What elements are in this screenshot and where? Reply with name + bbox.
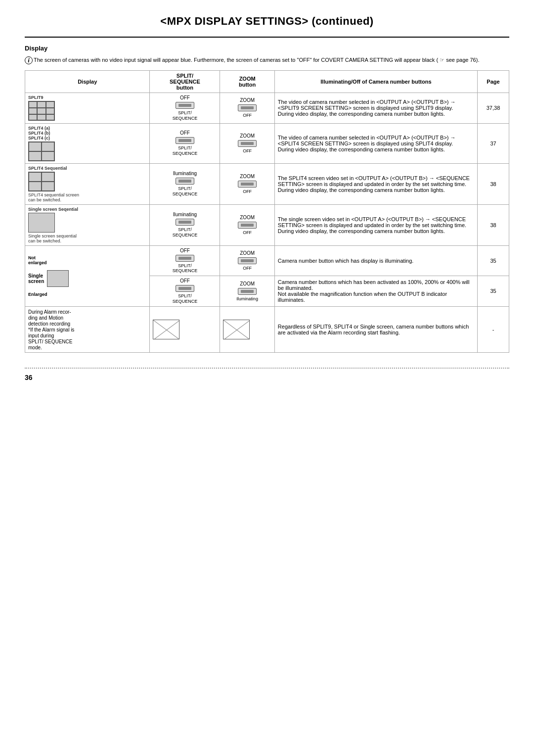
singleseq-btn-icon [176,219,194,226]
page-cell-single-not: 35 [478,245,509,276]
illum-cell-singleseq: The single screen video set in <OUTPUT A… [274,204,477,245]
illum-cell-split4: The video of camera number selected in <… [274,123,477,163]
single-not-zoom-top: ZOOM [240,250,255,256]
illum-cell-split9: The video of camera number selected in <… [274,93,477,124]
split4-label: SPLIT4 (a) SPLIT4 (b) SPLIT4 (c) [28,126,50,141]
single-not-zoom-btn [238,257,257,264]
display-cell-single: Notenlarged Singlescreen Enlarged [25,245,150,306]
split9-btn-icon [176,102,194,109]
split4seq-btn-icon [176,178,194,185]
page-number: 36 [25,374,509,381]
table-row: SPLIT9 OFF SPLIT/SEQUENCE ZOOM [25,93,509,124]
singleseq-split-top: Iluminating [173,212,197,217]
split-cell-split4seq: Iluminating SPLIT/SEQUENCE [150,163,220,204]
display-cell-split4seq: SPLIT4 Sequential SPLIT4 sequential scre… [25,163,150,204]
main-table: Display SPLIT/SEQUENCEbutton ZOOMbutton … [25,70,509,353]
alarm-diagonal-lines [153,320,179,339]
split9-zoom-bot: OFF [243,113,252,118]
single-enl-split-bot: SPLIT/SEQUENCE [173,293,198,304]
split9-zoom-btn [238,104,257,111]
page-cell-alarm: - [478,306,509,352]
zoom-cell-single-not: ZOOM OFF [220,245,274,276]
singleseq-screen-icon [28,213,55,233]
alarm-zoom-diagonal [223,320,250,339]
illum-cell-split4seq: The SPLIT4 screen video set in <OUTPUT A… [274,163,477,204]
svg-line-0 [153,320,179,339]
header-zoom: ZOOMbutton [220,71,274,93]
illum-cell-single-not: Camera number button which has display i… [274,245,477,276]
display-cell-alarm: During Alarm recor-ding and Motiondetect… [25,306,150,352]
zoom-cell-split4: ZOOM OFF [220,123,274,163]
page-cell-singleseq: 38 [478,204,509,245]
table-row: Single screen Seqential Single screen se… [25,204,509,245]
single-screen-label: Singlescreen [28,273,44,284]
split9-split-top: OFF [180,95,190,100]
display-cell-singleseq: Single screen Seqential Single screen se… [25,204,150,245]
single-not-enlarged-label: Notenlarged [28,255,47,265]
display-cell-split4: SPLIT4 (a) SPLIT4 (b) SPLIT4 (c) [25,123,150,163]
alarm-split-icon [153,320,179,339]
page-title: <MPX DISPLAY SETTINGS> (continued) [25,15,509,28]
zoom-cell-single-enl: ZOOM Iluminating [220,276,274,307]
note-text: The screen of cameras with no video inpu… [34,57,479,63]
page-cell-split9: 37,38 [478,93,509,124]
single-enl-zoom-btn [238,288,257,295]
split9-split-bot: SPLIT/SEQUENCE [173,110,198,121]
header-display: Display [25,71,150,93]
split4-btn-icon [176,137,194,144]
header-split: SPLIT/SEQUENCEbutton [150,71,220,93]
split9-zoom-top: ZOOM [240,97,255,103]
single-not-split-bot: SPLIT/SEQUENCE [173,263,198,274]
split4seq-zoom-bot: OFF [243,189,252,194]
split4seq-split-bot: SPLIT/SEQUENCE [173,186,198,197]
table-row: SPLIT4 Sequential SPLIT4 sequential scre… [25,163,509,204]
singleseq-label: Single screen Seqential [28,207,78,212]
split4seq-zoom-top: ZOOM [240,174,255,179]
illum-cell-alarm: Regardless of SPLIT9, SPLIT4 or Single s… [274,306,477,352]
header-illum: Illuminating/Off of Camera number button… [274,71,477,93]
split9-label: SPLIT9 [28,95,44,100]
split4seq-label: SPLIT4 Sequential [28,166,67,171]
header-page: Page [478,71,509,93]
bottom-divider [25,368,509,369]
split-cell-alarm [150,306,220,352]
single-enl-zoom-bot: Iluminating [236,296,258,302]
singleseq-zoom-bot: OFF [243,230,252,236]
split-cell-split4: OFF SPLIT/SEQUENCE [150,123,220,163]
table-row: SPLIT4 (a) SPLIT4 (b) SPLIT4 (c) OFF SPL… [25,123,509,163]
split4-split-bot: SPLIT/SEQUENCE [173,145,198,156]
alarm-zoom-icon [223,320,250,339]
split-cell-single-not: OFF SPLIT/SEQUENCE [150,245,220,276]
zoom-cell-singleseq: ZOOM OFF [220,204,274,245]
zoom-cell-split4seq: ZOOM OFF [220,163,274,204]
single-enl-split-top: OFF [180,278,190,284]
split-cell-single-enl: OFF SPLIT/SEQUENCE [150,276,220,307]
split-cell-split9: OFF SPLIT/SEQUENCE [150,93,220,124]
split4-grid-icon [28,142,55,161]
single-enl-zoom-top: ZOOM [240,281,255,286]
singleseq-split-bot: SPLIT/SEQUENCE [173,227,198,238]
zoom-cell-alarm [220,306,274,352]
illum-cell-single-enl: Camera number buttons which has been act… [274,276,477,307]
table-row: During Alarm recor-ding and Motiondetect… [25,306,509,352]
table-row: Notenlarged Singlescreen Enlarged OFF [25,245,509,276]
split4-zoom-bot: OFF [243,148,252,154]
page-cell-single-enl: 35 [478,276,509,307]
display-cell-split9: SPLIT9 [25,93,150,124]
page-cell-split4seq: 38 [478,163,509,204]
note-block: The screen of cameras with no video inpu… [25,57,509,63]
split4-zoom-top: ZOOM [240,133,255,139]
split4-zoom-btn [238,140,257,147]
alarm-label: During Alarm recor-ding and Motiondetect… [28,309,74,350]
split4seq-split-top: Iluminating [173,171,197,176]
page-cell-split4: 37 [478,123,509,163]
single-enl-btn-icon [176,285,194,292]
split9-grid-icon [28,101,55,121]
single-not-btn-icon [176,255,194,262]
split4seq-sublabel: SPLIT4 sequential screencan be switched. [28,192,79,202]
split4seq-zoom-btn [238,181,257,188]
split4seq-grid-icon [28,172,55,191]
single-not-split-top: OFF [180,248,190,253]
singleseq-zoom-btn [238,222,257,229]
single-screen-icon [47,270,69,287]
